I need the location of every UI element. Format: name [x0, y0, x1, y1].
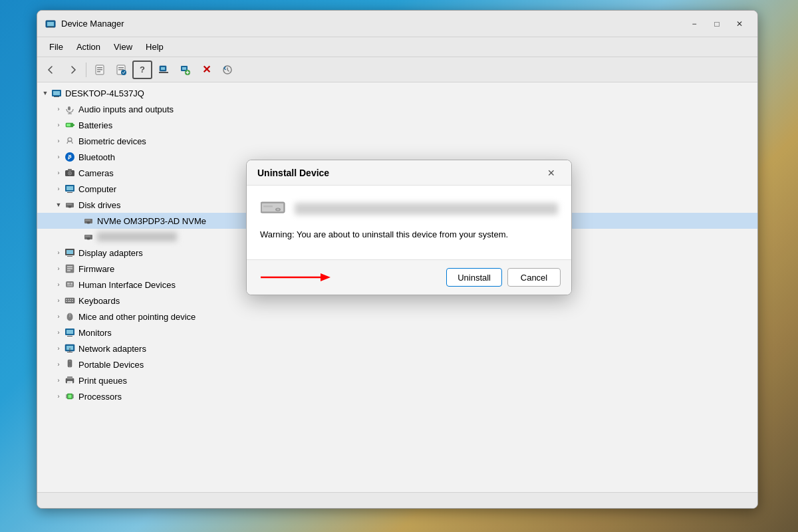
dialog-title-bar: Uninstall Device ✕	[247, 160, 571, 186]
uninstall-device-dialog: Uninstall Device ✕ Warning: You are abou…	[246, 160, 572, 295]
svg-marker-96	[321, 273, 331, 281]
cancel-button[interactable]: Cancel	[507, 268, 561, 287]
svg-rect-94	[263, 205, 273, 207]
arrow-indicator	[257, 269, 337, 285]
device-name-blurred	[295, 203, 558, 215]
dialog-close-button[interactable]: ✕	[542, 165, 561, 181]
dialog-title: Uninstall Device	[257, 168, 542, 178]
svg-point-93	[277, 209, 279, 210]
dialog-device-row	[260, 199, 558, 219]
uninstall-confirm-button[interactable]: Uninstall	[446, 268, 502, 287]
dialog-footer: Uninstall Cancel	[247, 259, 571, 295]
dialog-body: Warning: You are about to uninstall this…	[247, 186, 571, 259]
dialog-device-icon	[260, 199, 287, 219]
dialog-warning-text: Warning: You are about to uninstall this…	[260, 229, 558, 239]
